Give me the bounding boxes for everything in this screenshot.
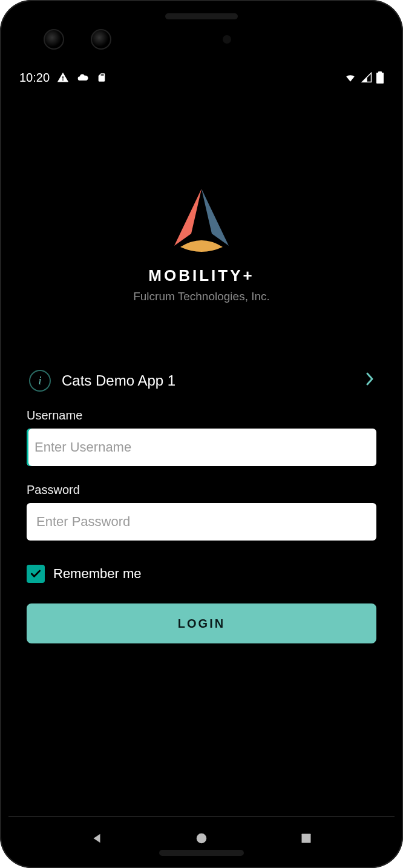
proximity-sensor xyxy=(223,35,231,44)
recents-button[interactable] xyxy=(282,826,330,850)
chevron-right-icon[interactable] xyxy=(365,372,374,390)
home-button[interactable] xyxy=(177,826,226,850)
company-name: Fulcrum Technologies, Inc. xyxy=(27,290,376,303)
login-button[interactable]: LOGIN xyxy=(27,603,376,643)
warning-icon xyxy=(57,71,69,84)
password-group: Password xyxy=(27,483,376,541)
phone-frame: 10:20 xyxy=(0,0,403,868)
remember-row[interactable]: Remember me xyxy=(27,565,376,583)
front-camera-2 xyxy=(91,29,111,50)
password-label: Password xyxy=(27,483,376,497)
battery-icon xyxy=(376,71,384,84)
app-selector-row[interactable]: i Cats Demo App 1 xyxy=(27,370,376,392)
status-time: 10:20 xyxy=(19,71,50,85)
cloud-icon xyxy=(76,71,90,84)
back-button[interactable] xyxy=(73,826,121,850)
triangle-logo-icon xyxy=(162,185,241,260)
info-icon[interactable]: i xyxy=(29,370,51,392)
username-label: Username xyxy=(27,409,376,422)
remember-label: Remember me xyxy=(53,566,141,582)
front-camera-1 xyxy=(44,29,64,50)
cellular-signal-icon xyxy=(361,72,373,83)
speaker-top xyxy=(165,13,238,19)
username-group: Username xyxy=(27,409,376,466)
status-bar: 10:20 xyxy=(8,67,395,88)
svg-point-2 xyxy=(197,833,207,843)
screen: 10:20 xyxy=(8,8,395,860)
logo-block: MOBILITY+ Fulcrum Technologies, Inc. xyxy=(27,185,376,303)
svg-rect-1 xyxy=(378,71,382,73)
remember-checkbox[interactable] xyxy=(27,565,45,583)
speaker-bottom xyxy=(159,850,244,856)
username-input[interactable] xyxy=(27,429,376,466)
brand-name: MOBILITY+ xyxy=(27,266,376,285)
sd-card-icon xyxy=(97,71,106,84)
svg-rect-3 xyxy=(301,833,310,843)
svg-rect-0 xyxy=(376,73,384,84)
wifi-icon xyxy=(344,72,357,83)
selected-app-name: Cats Demo App 1 xyxy=(62,372,355,389)
password-input[interactable] xyxy=(27,503,376,541)
